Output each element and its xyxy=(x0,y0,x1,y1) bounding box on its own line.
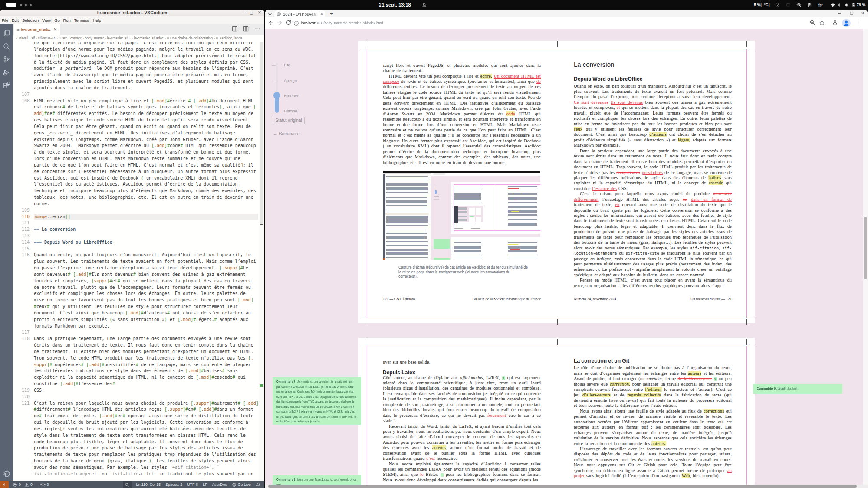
code-line[interactable]: tableaux, des notes, une bibliographie, … xyxy=(34,194,253,201)
code-line[interactable]: boutons de la barre de menu (gras, itali… xyxy=(34,458,251,465)
code-line[interactable]: lourdes et complexes, [suppr]#et# qui se… xyxy=(34,278,251,285)
site-info-icon[interactable] xyxy=(293,20,300,27)
code-line[interactable]: l’adoption d’une norme pour les médias p… xyxy=(34,46,253,53)
code-line[interactable]: de notre travail, plutôt que de l’accomp… xyxy=(34,285,251,291)
statut-original-button[interactable]: Statut original xyxy=(273,117,305,124)
breadcrumb-item[interactable]: le-crosnier_sif xyxy=(107,36,128,40)
split-editor-icon[interactable] xyxy=(231,26,238,34)
code-editor[interactable]: ce que l’éditeur à organisé sur la page.… xyxy=(13,42,264,481)
code-line[interactable]: modifier _a posteriori_ le DOM produit p… xyxy=(34,66,253,72)
sommaire-link[interactable]: ← Sommaire xyxy=(273,131,299,136)
stepper-label[interactable]: Épreuve xyxy=(284,93,299,98)
maximize-button[interactable]: ▢ xyxy=(247,10,255,16)
indentation[interactable]: Spaces: 2 xyxy=(165,482,182,487)
breadcrumb[interactable]: ›Travail›sif›sif-issue-24›3_src›content›… xyxy=(13,35,264,42)
menu-item-go[interactable]: Go xyxy=(54,18,59,23)
vertical-scrollbar-thumb[interactable] xyxy=(864,217,867,279)
code-line[interactable]: se concentre sur l’essentiel nécessaire … xyxy=(34,169,256,175)
zoom-icon[interactable] xyxy=(809,20,816,26)
close-button[interactable]: × xyxy=(256,10,263,16)
code-line[interactable]: technique et incorpore beaucoup plus d’é… xyxy=(34,188,256,194)
code-line[interactable]: à la fixité du média paginé, il faut don… xyxy=(34,59,251,66)
code-line[interactable]: == La conversion xyxy=(34,226,76,233)
tab-close-icon[interactable]: × xyxy=(54,26,57,33)
code-line[interactable]: code beaucoup plus lisible, léger et ada… xyxy=(34,439,243,445)
address-bar[interactable]: localhost:8080/body_matter/le-crosnier_s… xyxy=(301,17,383,29)
code-line[interactable]: ces balises éloigne le code source HTML … xyxy=(34,117,251,124)
back-icon[interactable] xyxy=(268,20,275,26)
code-line[interactable]: Quand on édite, on part toujours d’un ma… xyxy=(34,252,251,259)
code-line[interactable]: les différentes indications de style dan… xyxy=(34,368,238,374)
browser-close-button[interactable]: × xyxy=(859,10,866,16)
code-line[interactable]: style dans le traitement de texte sont t… xyxy=(34,432,246,439)
code-line[interactable]: de traitement. Il existe bien des module… xyxy=(34,349,253,355)
stepper-label[interactable]: Bat xyxy=(284,62,290,67)
horizontal-scrollbar-thumb[interactable] xyxy=(268,485,857,488)
status-search-icon[interactable] xyxy=(123,481,132,488)
breadcrumb-item[interactable]: sif xyxy=(31,36,35,40)
code-line[interactable]: principalement avec le script libre et o… xyxy=(34,79,253,85)
code-line[interactable]: #ceux# qui y utilisent les feuilles de s… xyxy=(34,304,238,310)
breadcrumb-item[interactable]: content xyxy=(70,36,82,40)
encoding[interactable]: UTF-8 xyxy=(187,482,198,487)
code-line[interactable]: add]#de# différentes entités. Le besoin … xyxy=(34,111,253,117)
menu-item-terminal[interactable]: Terminal xyxy=(74,18,89,23)
code-line[interactable]: norme. xyxy=(34,201,49,207)
browser-minimize-button[interactable]: – xyxy=(836,10,843,16)
minimize-button[interactable]: – xyxy=(239,10,247,16)
code-line[interactable]: constitue [.add]#l’essence des# xyxy=(34,381,115,387)
code-line[interactable]: profit d’éditeurs simplifiés (« sans dis… xyxy=(34,317,248,323)
profile-avatar[interactable] xyxy=(842,19,849,26)
code-line[interactable]: du passé l’exprime, une certaine décepti… xyxy=(34,265,248,272)
editor-scrollbar[interactable] xyxy=(259,42,264,481)
vertical-scrollbar[interactable] xyxy=(863,29,868,488)
code-line[interactable]: Cela peut finir par être gênant, quand o… xyxy=(34,124,251,130)
code-line[interactable]: Dans la pratique cependant, une large pa… xyxy=(34,336,251,342)
vscodium-titlebar[interactable]: le-crosnier_sif.adoc - VSCodium – ▢ × xyxy=(0,10,264,16)
sidebar-item-run-debug[interactable] xyxy=(3,69,10,76)
remote-indicator[interactable] xyxy=(0,481,9,488)
experiments-flask-icon[interactable] xyxy=(832,20,839,26)
code-line[interactable]: avec l’aide de Javascript que le média p… xyxy=(34,72,248,79)
menu-item-selection[interactable]: Selection xyxy=(22,18,39,23)
code-line[interactable]: traitements de texte pour remplacer les … xyxy=(34,452,256,458)
new-tab-button[interactable]: + xyxy=(329,11,335,17)
code-line[interactable]: écrits dans un traitement de texte. Il n… xyxy=(34,342,253,349)
menu-item-edit[interactable]: Edit xyxy=(12,18,19,23)
code-line[interactable]: Swartz en 2004. Markdown permet d’écrire… xyxy=(34,143,256,149)
tab-le-crosnier-sif-adoc[interactable]: ≡ le-crosnier_sif.adoc × xyxy=(14,24,60,35)
comment-9[interactable]: Commentaire 9 : déjà dit plus haut xyxy=(753,384,842,394)
horizontal-scrollbar[interactable] xyxy=(265,485,868,488)
reload-icon[interactable] xyxy=(286,20,293,26)
notifications-bell-icon[interactable] xyxy=(256,481,261,488)
code-line[interactable]: qui le dépouille du bruit ajouté par les… xyxy=(34,419,248,426)
eol[interactable]: LF xyxy=(203,482,207,487)
code-line[interactable]: lors d’une conversion en HTML. Mais Mark… xyxy=(34,156,240,162)
tab-search-chevron-icon[interactable] xyxy=(267,11,273,16)
sidebar-item-extensions[interactable] xyxy=(3,82,10,89)
code-line[interactable]: sont devenues# [.add]#Ils sont devenus# … xyxy=(34,272,246,278)
language-mode[interactable]: AsciiDoc xyxy=(212,482,227,487)
sidebar-item-explorer[interactable] xyxy=(3,29,10,37)
code-line[interactable]: de# traitement de texte, [.add]#en# opér… xyxy=(34,413,253,419)
code-line[interactable]: exploiter ni la capacité sémantique du H… xyxy=(34,374,246,381)
breadcrumb-item[interactable]: le-crosnier_sif.adoc xyxy=(134,36,164,40)
code-line[interactable]: ajoutés dans la chaîne de traitement. xyxy=(34,85,131,92)
code-line[interactable]: avoir des noms sémantiques. Par exemple,… xyxy=(34,465,219,471)
code-line[interactable]: #différemment# l’encodage HTML des artic… xyxy=(34,406,253,413)
code-line[interactable]: est Asciidoc, qui est inspiré de Docbook… xyxy=(34,175,238,182)
code-line[interactable]: image::ecran[] xyxy=(34,214,70,220)
cursor-position[interactable]: Ln 110, Col 15 xyxy=(136,482,161,487)
code-line[interactable]: existent depuis longtemps, comme Markdow… xyxy=(34,137,253,143)
browser-maximize-button[interactable]: ▢ xyxy=(848,10,855,16)
code-line[interactable]: Trop souvent, le code HTML produit par l… xyxy=(34,355,253,362)
code-line[interactable]: plus souvent. Les traitements de texte a… xyxy=(34,259,256,265)
breadcrumb-item[interactable]: body_matter xyxy=(85,36,104,40)
code-line[interactable]: +sif-locution-etrangere+` ou `+sif-titre… xyxy=(34,471,253,478)
code-line[interactable]: ce que l’éditeur à organisé sur la page.… xyxy=(34,42,253,46)
browser-tab[interactable]: 1024 - Un nouveau m × xyxy=(274,10,326,17)
code-line[interactable]: C’est la raison pour laquelle nous avons… xyxy=(34,400,259,407)
code-line[interactable]: des règles: seules les informations qui … xyxy=(34,426,246,432)
sidebar-item-source-control[interactable] xyxy=(3,56,10,63)
forward-icon[interactable] xyxy=(276,20,283,26)
